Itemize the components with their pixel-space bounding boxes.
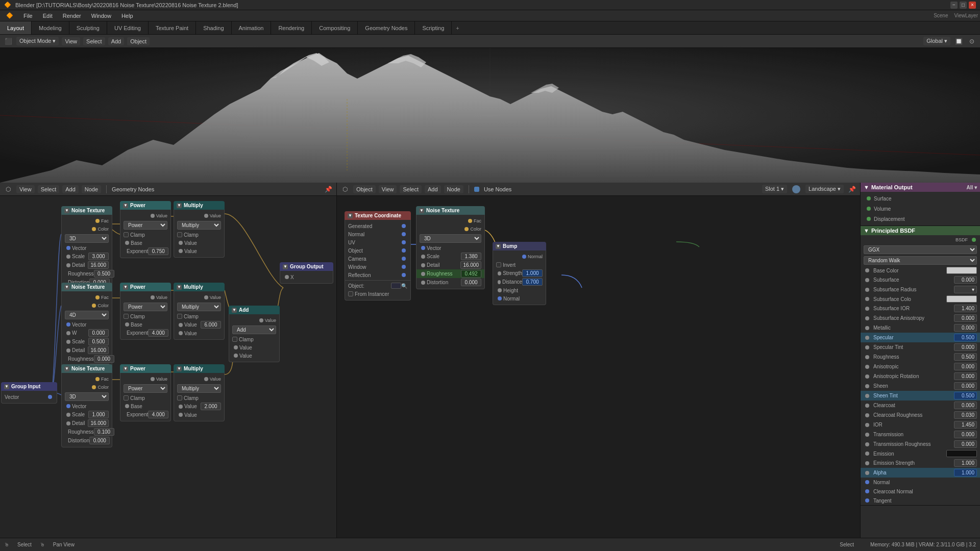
- object-picker[interactable]: 🔍: [401, 283, 407, 289]
- multiply-select[interactable]: Multiply: [177, 221, 221, 230]
- socket-ss-color[interactable]: [865, 297, 869, 301]
- socket-normal-prop[interactable]: [865, 480, 869, 484]
- mat-pin-icon[interactable]: 📌: [847, 184, 857, 194]
- global-dropdown[interactable]: Global ▾: [923, 37, 950, 45]
- power-dropdown-row[interactable]: Power: [120, 220, 170, 231]
- clamp-check[interactable]: [232, 337, 237, 342]
- socket-uv[interactable]: [402, 240, 406, 244]
- viewport-add[interactable]: Add: [108, 37, 125, 45]
- w-value[interactable]: 0.000: [88, 329, 109, 337]
- socket-val-in-1[interactable]: [234, 345, 238, 349]
- node-noise-2[interactable]: ▼ Noise Texture Fac Color 4D: [61, 283, 112, 374]
- dim-select[interactable]: 3D: [420, 234, 481, 243]
- socket-specular[interactable]: [865, 336, 869, 340]
- subsurface-value[interactable]: 0.000: [954, 276, 977, 284]
- slot-dropdown[interactable]: Slot 1 ▾: [762, 185, 787, 193]
- menu-window[interactable]: Window: [87, 12, 115, 20]
- roughness-value[interactable]: 0.000: [94, 355, 114, 363]
- proportional-icon[interactable]: ⊙: [967, 36, 977, 46]
- socket-sheen-tint[interactable]: [865, 394, 869, 398]
- socket-val-out[interactable]: [151, 214, 155, 218]
- detail-value[interactable]: 16.000: [88, 419, 109, 427]
- add-select[interactable]: Add: [232, 325, 276, 334]
- socket-generated[interactable]: [402, 224, 406, 228]
- socket-color[interactable]: [92, 227, 96, 231]
- power-select[interactable]: Power: [124, 384, 167, 393]
- socket-aniso-rot[interactable]: [865, 374, 869, 379]
- detail-value[interactable]: 16.000: [88, 346, 109, 354]
- ss-ior-value[interactable]: 1.400: [954, 305, 977, 312]
- socket-val-in-1[interactable]: [179, 323, 183, 327]
- menu-help[interactable]: Help: [117, 12, 137, 20]
- socket-val-in-2[interactable]: [179, 331, 183, 335]
- node-bump[interactable]: ▼ Bump Normal Invert Strength 1.000: [493, 242, 546, 305]
- socket-val-out[interactable]: [204, 377, 208, 381]
- ss-aniso-value[interactable]: 0.000: [954, 314, 977, 322]
- socket-vector-in[interactable]: [421, 246, 425, 250]
- socket-val-out[interactable]: [151, 377, 155, 381]
- material-output-header[interactable]: ▼ Material Output All ▾: [861, 183, 980, 192]
- tab-geometry-nodes[interactable]: Geometry Nodes: [358, 21, 415, 34]
- alpha-value[interactable]: 1.000: [954, 469, 977, 477]
- dim-select[interactable]: 3D: [65, 392, 109, 401]
- aniso-rot-value[interactable]: 0.000: [954, 372, 977, 380]
- node-power-2[interactable]: ▼ Power Value Power Clamp Base: [120, 283, 171, 340]
- clamp-check[interactable]: [177, 314, 182, 319]
- distance-value[interactable]: 0.700: [522, 278, 543, 286]
- base-color-swatch[interactable]: [946, 267, 977, 274]
- socket-color[interactable]: [92, 385, 96, 389]
- power-dropdown-row[interactable]: Power: [120, 302, 170, 312]
- roughness-value[interactable]: 0.100: [94, 428, 114, 436]
- socket-ss-radius[interactable]: [865, 288, 869, 292]
- socket-scale[interactable]: [421, 255, 425, 259]
- socket-emission-str[interactable]: [865, 461, 869, 465]
- socket-alpha[interactable]: [865, 471, 869, 475]
- use-nodes-check[interactable]: [474, 187, 479, 192]
- trans-rough-value[interactable]: 0.000: [954, 440, 977, 448]
- detail-value[interactable]: 16.000: [460, 261, 481, 269]
- clamp-check[interactable]: [124, 395, 129, 400]
- socket-val-out[interactable]: [204, 295, 208, 299]
- collapse-icon[interactable]: ▼: [64, 285, 69, 290]
- socket-vector-in[interactable]: [66, 322, 70, 327]
- collapse-icon[interactable]: ▼: [177, 203, 182, 208]
- tab-compositing[interactable]: Compositing: [312, 21, 358, 34]
- minimize-button[interactable]: −: [950, 2, 958, 9]
- collapse-icon[interactable]: ▼: [232, 308, 237, 313]
- node-add[interactable]: ▼ Add Value Add Clamp Value: [229, 306, 280, 362]
- socket-val-in-2[interactable]: [179, 413, 183, 417]
- socket-distance[interactable]: [498, 280, 501, 284]
- socket-val-out[interactable]: [204, 214, 208, 218]
- distribution-select[interactable]: GGX: [864, 245, 977, 254]
- all-dropdown[interactable]: All ▾: [966, 185, 977, 190]
- mat-node-canvas[interactable]: ▼ Texture Coordinate Generated Normal UV…: [337, 196, 860, 538]
- node-noise-1[interactable]: ▼ Noise Texture Fac Color 3D: [61, 206, 112, 289]
- socket-sheen[interactable]: [865, 384, 869, 388]
- geom-editor-type-icon[interactable]: ⬡: [3, 184, 13, 194]
- socket-trans-rough[interactable]: [865, 442, 869, 446]
- roughness-prop-value[interactable]: 0.500: [954, 353, 977, 361]
- sss-dropdown-row[interactable]: Random Walk: [861, 255, 980, 266]
- node-group-output[interactable]: ▼ Group Output X: [280, 262, 333, 284]
- ss-color-swatch[interactable]: [946, 295, 977, 303]
- mat-select[interactable]: Select: [400, 185, 422, 193]
- socket-detail[interactable]: [421, 263, 425, 267]
- geom-select[interactable]: Select: [38, 185, 60, 193]
- tab-texture-paint[interactable]: Texture Paint: [149, 21, 196, 34]
- socket-clearcoat-normal[interactable]: [865, 489, 869, 493]
- socket-normal-out[interactable]: [522, 255, 526, 259]
- socket-distortion[interactable]: [421, 281, 425, 285]
- socket-strength[interactable]: [498, 271, 501, 276]
- socket-vector-in[interactable]: [66, 404, 70, 408]
- clamp-check[interactable]: [124, 232, 129, 237]
- socket-fac[interactable]: [95, 295, 100, 299]
- socket-detail[interactable]: [66, 263, 70, 267]
- ss-radius-value[interactable]: ▾: [954, 286, 977, 293]
- spec-tint-value[interactable]: 0.000: [954, 343, 977, 351]
- mat-node[interactable]: Node: [444, 185, 463, 193]
- maximize-button[interactable]: □: [960, 2, 967, 9]
- collapse-icon[interactable]: ▼: [177, 366, 182, 371]
- socket-ior[interactable]: [865, 423, 869, 427]
- socket-emission[interactable]: [865, 452, 869, 456]
- power-dropdown-row[interactable]: Power: [120, 383, 170, 394]
